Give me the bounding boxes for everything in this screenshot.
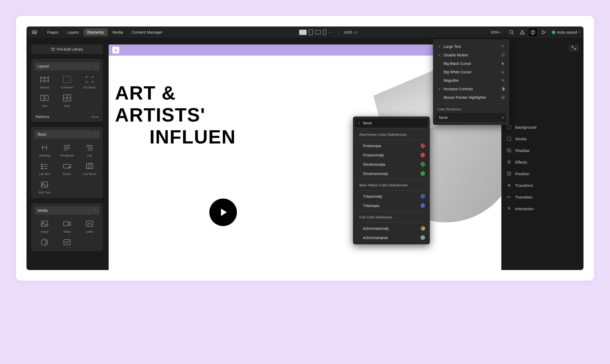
svg-rect-36 bbox=[63, 164, 71, 168]
zoom-value: 63% bbox=[491, 30, 499, 34]
svg-rect-42 bbox=[64, 222, 68, 226]
prebuilt-library-button[interactable]: Pre-built Library bbox=[31, 44, 103, 54]
svg-rect-47 bbox=[507, 137, 511, 141]
cb-none[interactable]: ✓None bbox=[355, 119, 428, 128]
acc-magnifier[interactable]: Magnifier bbox=[436, 76, 506, 85]
cb-tritanopia[interactable]: Tritanopia bbox=[355, 201, 428, 210]
svg-rect-38 bbox=[41, 182, 48, 187]
element-container[interactable]: Container bbox=[57, 74, 77, 90]
acc-big-white-cursor[interactable]: Big White Cursor bbox=[436, 68, 506, 76]
accessibility-menu: ✓Large Text ✓Disable Motion Big Black Cu… bbox=[433, 39, 509, 125]
device-tablet-portrait[interactable] bbox=[309, 29, 313, 35]
cb-deuteranopia[interactable]: Deuteranopia bbox=[355, 160, 428, 169]
right-panel: Background Stroke Shadow Effects Positio… bbox=[505, 44, 579, 214]
prop-stroke[interactable]: Stroke bbox=[505, 133, 579, 145]
canvas-width: 1400 bbox=[343, 30, 352, 34]
element-chart-item[interactable] bbox=[57, 236, 77, 248]
color-blindness-select[interactable]: None ▴▾ bbox=[436, 113, 506, 122]
cb-full-heading: Full Color Defiencies bbox=[355, 213, 428, 221]
svg-rect-43 bbox=[86, 221, 93, 226]
acc-large-text[interactable]: ✓Large Text bbox=[436, 42, 506, 51]
cb-deuteranomaly[interactable]: Deuteranomaly bbox=[355, 169, 428, 178]
layout-section: Layout⌃ Section Container Div Block Flex… bbox=[31, 59, 103, 122]
svg-line-1 bbox=[512, 33, 514, 34]
device-more-icon[interactable]: ⋯ bbox=[328, 29, 334, 35]
hero-heading[interactable]: ART & ARTISTS' INFLUEN bbox=[115, 82, 236, 148]
acc-increase-contrast[interactable]: ✓Increase Contrast bbox=[436, 85, 506, 93]
check-icon: ✓ bbox=[552, 30, 555, 34]
element-section[interactable]: Section bbox=[34, 74, 55, 90]
element-list-item[interactable]: List Item bbox=[34, 160, 55, 177]
warning-icon[interactable] bbox=[518, 28, 526, 36]
device-desktop[interactable] bbox=[299, 30, 307, 35]
tab-pages[interactable]: Pages bbox=[43, 28, 62, 36]
prop-transition[interactable]: Transition bbox=[505, 191, 579, 203]
basic-header[interactable]: Basic⌃ bbox=[34, 130, 100, 138]
play-button[interactable] bbox=[209, 199, 237, 226]
svg-rect-6 bbox=[51, 48, 54, 50]
svg-point-5 bbox=[533, 31, 533, 32]
element-video[interactable]: Video bbox=[57, 218, 77, 234]
tab-content-manager[interactable]: Content Manager bbox=[128, 28, 166, 36]
svg-point-44 bbox=[41, 239, 48, 245]
play-icon[interactable] bbox=[540, 28, 547, 36]
site-logo[interactable]: a bbox=[112, 47, 119, 53]
cb-protanopia[interactable]: Protanopia bbox=[355, 141, 428, 150]
canvas-size: 1400 px bbox=[343, 30, 358, 34]
svg-point-0 bbox=[510, 30, 513, 33]
device-tablet-landscape[interactable] bbox=[315, 30, 321, 34]
svg-rect-51 bbox=[508, 173, 510, 174]
element-list[interactable]: List bbox=[79, 142, 100, 158]
expand-icon[interactable] bbox=[569, 44, 579, 51]
element-icon-item[interactable] bbox=[34, 236, 55, 248]
prop-interaction[interactable]: Interaction bbox=[505, 203, 579, 214]
cb-tritanomaly[interactable]: Tritanomaly bbox=[355, 192, 428, 201]
svg-rect-46 bbox=[507, 125, 511, 129]
save-status[interactable]: ✓ Auto saved ▾ bbox=[552, 30, 580, 34]
tab-media[interactable]: Media bbox=[109, 28, 127, 36]
chevron-up-icon: ⌃ bbox=[94, 65, 96, 68]
acc-mouse-highlighter[interactable]: Mouse Pointer Highlighter bbox=[436, 93, 506, 102]
element-rich-text[interactable]: Rich Text bbox=[34, 179, 55, 195]
tab-elements[interactable]: Elements bbox=[84, 28, 108, 36]
element-grid[interactable]: Grid bbox=[57, 92, 77, 109]
cb-achromatomaly[interactable]: Achromatomaly bbox=[355, 224, 428, 233]
acc-disable-motion[interactable]: ✓Disable Motion bbox=[436, 51, 506, 59]
search-icon[interactable] bbox=[508, 28, 516, 36]
element-button[interactable]: Button bbox=[57, 160, 77, 177]
tab-layers[interactable]: Layers bbox=[63, 28, 83, 36]
accessibility-icon[interactable] bbox=[529, 28, 537, 36]
prop-background[interactable]: Background bbox=[505, 121, 579, 133]
patterns-show-button[interactable]: Show bbox=[91, 115, 99, 118]
element-div-block[interactable]: Div Block bbox=[79, 74, 100, 90]
layout-header[interactable]: Layout⌃ bbox=[34, 62, 100, 70]
svg-line-56 bbox=[503, 81, 505, 82]
svg-rect-48 bbox=[507, 149, 510, 151]
element-paragraph[interactable]: Paragraph bbox=[57, 142, 77, 158]
element-lottie[interactable]: Lottie bbox=[79, 218, 100, 234]
element-link-block[interactable]: Link Block bbox=[79, 160, 100, 177]
svg-point-3 bbox=[522, 33, 523, 33]
device-switcher: ⋯ 1400 px bbox=[299, 29, 358, 35]
top-bar: Pages Layers Elements Media Content Mana… bbox=[26, 26, 584, 38]
prop-transform[interactable]: Transform bbox=[505, 179, 579, 191]
cb-by-heading: Blue-Yellow Color Deficiencies bbox=[355, 181, 428, 189]
element-flex[interactable]: Flex bbox=[34, 92, 55, 109]
svg-rect-49 bbox=[508, 149, 511, 152]
acc-big-black-cursor[interactable]: Big Black Cursor bbox=[436, 59, 506, 68]
element-heading[interactable]: Heading bbox=[34, 142, 55, 158]
element-image[interactable]: Image bbox=[34, 218, 55, 234]
svg-point-32 bbox=[41, 166, 42, 167]
updown-icon: ▴▾ bbox=[502, 116, 503, 119]
media-header[interactable]: Media⌃ bbox=[34, 206, 100, 215]
svg-point-30 bbox=[41, 164, 42, 165]
prop-effects[interactable]: Effects bbox=[505, 156, 579, 168]
prop-shadow[interactable]: Shadow bbox=[505, 145, 579, 156]
cb-protanomaly[interactable]: Protanomaly bbox=[355, 150, 428, 160]
menu-icon[interactable] bbox=[30, 29, 39, 35]
prop-position[interactable]: Position bbox=[505, 168, 579, 179]
svg-rect-50 bbox=[507, 172, 511, 176]
device-phone[interactable] bbox=[323, 29, 326, 35]
cb-achromatopsia[interactable]: Achromatopsia bbox=[355, 233, 428, 242]
zoom-control[interactable]: 63% ▾ bbox=[491, 30, 501, 34]
